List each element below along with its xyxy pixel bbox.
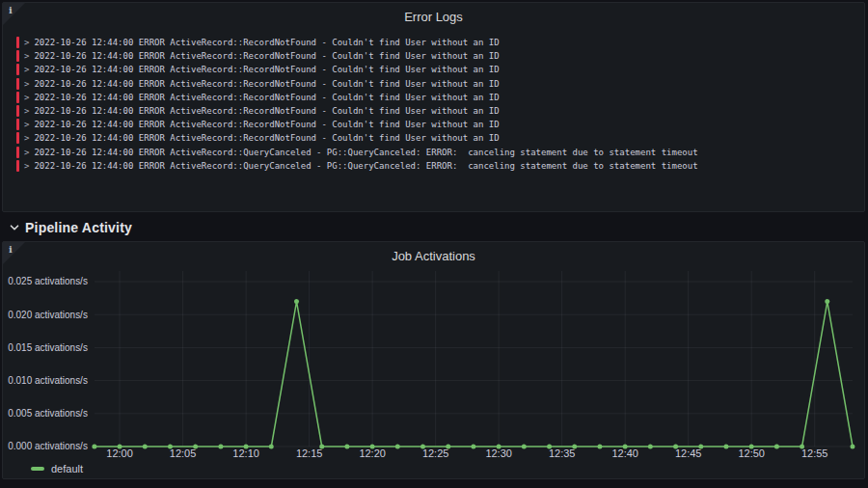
x-axis-tick-label: 12:30: [485, 447, 511, 459]
expand-chevron-icon[interactable]: >: [24, 79, 29, 89]
job-activations-panel: i Job Activations 0.000 activations/s0.0…: [2, 241, 865, 479]
x-axis-tick-label: 12:00: [106, 447, 132, 459]
expand-chevron-icon[interactable]: >: [24, 93, 29, 102]
data-point[interactable]: [749, 445, 754, 449]
log-level-bar-error: [16, 50, 19, 62]
data-point[interactable]: [294, 299, 299, 304]
expand-chevron-icon[interactable]: >: [24, 161, 29, 171]
log-level-bar-error: [16, 37, 19, 48]
data-point[interactable]: [193, 445, 198, 449]
log-row[interactable]: > 2022-10-26 12:44:00 ERROR ActiveRecord…: [16, 91, 856, 104]
log-row[interactable]: > 2022-10-26 12:44:00 ERROR ActiveRecord…: [16, 131, 856, 145]
row-header-pipeline-activity[interactable]: Pipeline Activity: [2, 216, 865, 239]
log-message: 2022-10-26 12:44:00 ERROR ActiveRecord::…: [34, 93, 499, 102]
x-axis-tick-label: 12:40: [611, 447, 637, 459]
x-axis-tick-label: 12:50: [738, 447, 764, 459]
data-point[interactable]: [597, 445, 602, 449]
data-point[interactable]: [825, 299, 829, 304]
data-point[interactable]: [648, 445, 653, 449]
data-point[interactable]: [623, 445, 628, 449]
data-point[interactable]: [344, 445, 349, 449]
log-message: 2022-10-26 12:44:00 ERROR ActiveRecord::…: [34, 79, 499, 89]
log-level-bar-error: [16, 119, 19, 130]
data-point[interactable]: [420, 445, 425, 449]
log-message: 2022-10-26 12:44:00 ERROR ActiveRecord::…: [34, 120, 499, 129]
expand-chevron-icon[interactable]: >: [24, 148, 29, 157]
log-level-bar-error: [16, 92, 19, 103]
time-series-chart[interactable]: 0.000 activations/s0.005 activations/s0.…: [3, 242, 864, 478]
data-point[interactable]: [522, 445, 527, 449]
log-row[interactable]: > 2022-10-26 12:44:00 ERROR ActiveRecord…: [16, 118, 856, 131]
data-point[interactable]: [547, 445, 552, 449]
y-axis-tick-label: 0.015 activations/s: [8, 342, 88, 353]
y-axis-tick-label: 0.000 activations/s: [8, 441, 88, 451]
log-level-bar-error: [16, 132, 19, 144]
legend-color-swatch: [31, 467, 44, 471]
expand-chevron-icon[interactable]: >: [24, 106, 29, 116]
log-level-bar-error: [16, 78, 19, 90]
row-header-label: Pipeline Activity: [25, 220, 132, 235]
log-row[interactable]: > 2022-10-26 12:44:00 ERROR ActiveRecord…: [16, 36, 856, 49]
expand-chevron-icon[interactable]: >: [24, 120, 29, 129]
log-message: 2022-10-26 12:44:00 ERROR ActiveRecord::…: [34, 133, 499, 143]
y-axis-tick-label: 0.010 activations/s: [8, 375, 88, 386]
log-list: > 2022-10-26 12:44:00 ERROR ActiveRecord…: [16, 36, 856, 173]
panel-title-error-logs[interactable]: Error Logs: [3, 3, 864, 28]
data-point[interactable]: [471, 445, 475, 449]
series-line: [95, 302, 853, 447]
y-axis-tick-label: 0.025 activations/s: [8, 276, 88, 286]
y-axis-tick-label: 0.020 activations/s: [8, 310, 88, 320]
log-row[interactable]: > 2022-10-26 12:44:00 ERROR ActiveRecord…: [16, 77, 856, 91]
data-point[interactable]: [244, 445, 249, 449]
expand-chevron-icon[interactable]: >: [24, 65, 29, 74]
log-row[interactable]: > 2022-10-26 12:44:00 ERROR ActiveRecord…: [16, 104, 856, 118]
dashboard-page: i Error Logs > 2022-10-26 12:44:00 ERROR…: [0, 0, 868, 488]
x-axis-tick-label: 12:15: [296, 447, 322, 459]
data-point[interactable]: [319, 445, 324, 449]
data-point[interactable]: [168, 445, 173, 449]
x-axis-tick-label: 12:20: [359, 447, 385, 459]
data-point[interactable]: [395, 445, 400, 449]
expand-chevron-icon[interactable]: >: [24, 51, 29, 61]
data-point[interactable]: [497, 445, 502, 449]
expand-chevron-icon[interactable]: >: [24, 133, 29, 143]
data-point[interactable]: [698, 445, 703, 449]
log-message: 2022-10-26 12:44:00 ERROR ActiveRecord::…: [34, 148, 697, 157]
log-message: 2022-10-26 12:44:00 ERROR ActiveRecord::…: [34, 65, 499, 74]
log-row[interactable]: > 2022-10-26 12:44:00 ERROR ActiveRecord…: [16, 146, 856, 159]
x-axis-tick-label: 12:55: [801, 447, 827, 459]
info-icon: i: [9, 5, 13, 15]
log-level-bar-error: [16, 147, 19, 158]
data-point[interactable]: [92, 445, 96, 449]
x-axis-tick-label: 12:25: [422, 447, 448, 459]
log-level-bar-error: [16, 64, 19, 75]
expand-chevron-icon[interactable]: >: [24, 38, 29, 47]
log-message: 2022-10-26 12:44:00 ERROR ActiveRecord::…: [34, 106, 499, 116]
log-row[interactable]: > 2022-10-26 12:44:00 ERROR ActiveRecord…: [16, 159, 856, 173]
log-row[interactable]: > 2022-10-26 12:44:00 ERROR ActiveRecord…: [16, 49, 856, 63]
data-point[interactable]: [723, 445, 728, 449]
log-row[interactable]: > 2022-10-26 12:44:00 ERROR ActiveRecord…: [16, 63, 856, 76]
data-point[interactable]: [851, 445, 855, 449]
log-message: 2022-10-26 12:44:00 ERROR ActiveRecord::…: [34, 161, 697, 171]
data-point[interactable]: [572, 445, 577, 449]
x-axis-tick-label: 12:05: [170, 447, 196, 459]
error-logs-panel: i Error Logs > 2022-10-26 12:44:00 ERROR…: [2, 2, 865, 212]
data-point[interactable]: [446, 445, 450, 449]
data-point[interactable]: [370, 445, 375, 449]
y-axis-tick-label: 0.005 activations/s: [8, 408, 88, 419]
data-point[interactable]: [143, 445, 148, 449]
data-point[interactable]: [118, 445, 122, 449]
log-message: 2022-10-26 12:44:00 ERROR ActiveRecord::…: [34, 51, 499, 61]
data-point[interactable]: [774, 445, 779, 449]
log-level-bar-error: [16, 160, 19, 172]
data-point[interactable]: [673, 445, 678, 449]
chevron-down-icon: [9, 222, 20, 233]
x-axis-tick-label: 12:35: [549, 447, 575, 459]
data-point[interactable]: [800, 445, 804, 449]
x-axis-tick-label: 12:45: [675, 447, 701, 459]
info-icon: i: [9, 244, 13, 255]
legend-series-label[interactable]: default: [51, 463, 83, 474]
data-point[interactable]: [218, 445, 223, 449]
data-point[interactable]: [269, 445, 274, 449]
